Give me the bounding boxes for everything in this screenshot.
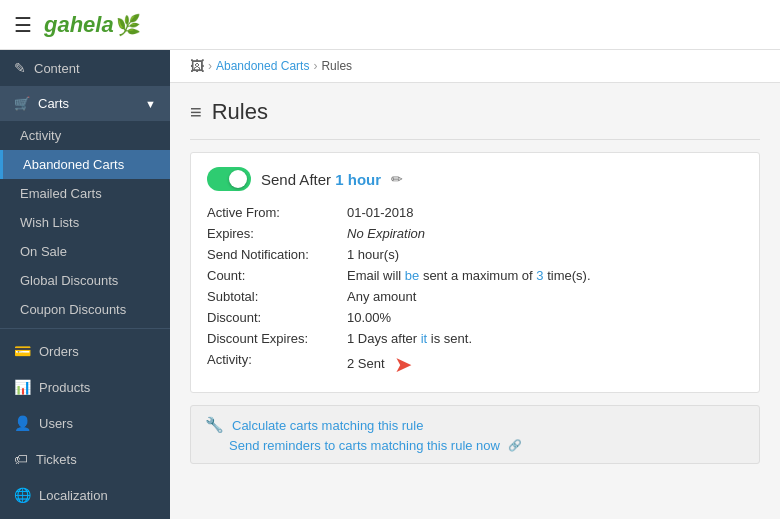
rule-details: Active From: 01-01-2018 Expires: No Expi… <box>207 205 743 378</box>
orders-label: Orders <box>39 344 79 359</box>
breadcrumb-sep1: › <box>208 59 212 73</box>
field-label-6: Discount Expires: <box>207 331 347 346</box>
field-value-1: No Expiration <box>347 226 743 241</box>
field-label-7: Activity: <box>207 352 347 378</box>
logo: gahela 🌿 <box>44 12 141 38</box>
localization-label: Localization <box>39 488 108 503</box>
breadcrumb-home-icon: 🖼 <box>190 58 204 74</box>
field-label-4: Subtotal: <box>207 289 347 304</box>
page-body: ≡ Rules Send After 1 hour ✏ <box>170 83 780 480</box>
field-label-0: Active From: <box>207 205 347 220</box>
breadcrumb: 🖼 › Abandoned Carts › Rules <box>170 50 780 83</box>
orders-icon: 💳 <box>14 343 31 359</box>
sidebar-divider <box>0 328 170 329</box>
sidebar-item-carts[interactable]: 🛒 Carts ▼ <box>0 86 170 121</box>
sidebar-item-products[interactable]: 📊 Products <box>0 369 170 405</box>
page-title-row: ≡ Rules <box>190 99 760 125</box>
send-reminders-action[interactable]: Send reminders to carts matching this ru… <box>205 438 745 453</box>
field-value-3: Email will be sent a maximum of 3 time(s… <box>347 268 743 283</box>
field-label-3: Count: <box>207 268 347 283</box>
logo-text: gahela <box>44 12 114 38</box>
red-arrow-icon: ➤ <box>394 352 412 378</box>
sidebar-item-localization[interactable]: 🌐 Localization <box>0 477 170 513</box>
calculate-carts-action[interactable]: 🔧 Calculate carts matching this rule <box>205 416 745 434</box>
field-value-2: 1 hour(s) <box>347 247 743 262</box>
field-value-4: Any amount <box>347 289 743 304</box>
chevron-down-icon: ▼ <box>145 98 156 110</box>
users-icon: 👤 <box>14 415 31 431</box>
toggle-track <box>207 167 251 191</box>
rule-actions: 🔧 Calculate carts matching this rule Sen… <box>190 405 760 464</box>
sidebar-item-on-sale[interactable]: On Sale <box>0 237 170 266</box>
edit-rule-icon[interactable]: ✏ <box>391 171 403 187</box>
main-layout: ✎ Content 🛒 Carts ▼ Activity Abandoned C… <box>0 50 780 519</box>
breadcrumb-link-abandoned-carts[interactable]: Abandoned Carts <box>216 59 309 73</box>
users-label: Users <box>39 416 73 431</box>
rule-header: Send After 1 hour ✏ <box>207 167 743 191</box>
title-divider <box>190 139 760 140</box>
rule-toggle[interactable] <box>207 167 251 191</box>
sidebar-item-content-label: Content <box>34 61 80 76</box>
sidebar: ✎ Content 🛒 Carts ▼ Activity Abandoned C… <box>0 50 170 519</box>
field-value-0: 01-01-2018 <box>347 205 743 220</box>
field-value-5: 10.00% <box>347 310 743 325</box>
hamburger-menu[interactable]: ☰ <box>14 13 32 37</box>
calculate-carts-label: Calculate carts matching this rule <box>232 418 423 433</box>
toggle-thumb <box>229 170 247 188</box>
cart-icon: 🛒 <box>14 96 30 111</box>
sidebar-item-content[interactable]: ✎ Content <box>0 50 170 86</box>
top-header: ☰ gahela 🌿 <box>0 0 780 50</box>
breadcrumb-sep2: › <box>313 59 317 73</box>
logo-leaf-icon: 🌿 <box>116 13 141 37</box>
sidebar-item-activity[interactable]: Activity <box>0 121 170 150</box>
field-label-2: Send Notification: <box>207 247 347 262</box>
tickets-label: Tickets <box>36 452 77 467</box>
sidebar-item-orders[interactable]: 💳 Orders <box>0 333 170 369</box>
send-after-value: 1 hour <box>335 171 381 188</box>
page-title: Rules <box>212 99 268 125</box>
localization-icon: 🌐 <box>14 487 31 503</box>
main-content: 🖼 › Abandoned Carts › Rules ≡ Rules <box>170 50 780 519</box>
content-icon: ✎ <box>14 60 26 76</box>
rule-card: Send After 1 hour ✏ Active From: 01-01-2… <box>190 152 760 393</box>
rules-icon: ≡ <box>190 101 202 124</box>
products-label: Products <box>39 380 90 395</box>
field-value-7: 2 Sent ➤ <box>347 352 743 378</box>
sidebar-item-wish-lists[interactable]: Wish Lists <box>0 208 170 237</box>
carts-label: Carts <box>38 96 69 111</box>
sidebar-item-abandoned-carts[interactable]: Abandoned Carts <box>0 150 170 179</box>
sidebar-item-users[interactable]: 👤 Users <box>0 405 170 441</box>
tickets-icon: 🏷 <box>14 451 28 467</box>
send-reminders-label: Send reminders to carts matching this ru… <box>229 438 500 453</box>
field-value-6: 1 Days after it is sent. <box>347 331 743 346</box>
field-label-5: Discount: <box>207 310 347 325</box>
sidebar-item-coupon-discounts[interactable]: Coupon Discounts <box>0 295 170 324</box>
breadcrumb-current: Rules <box>321 59 352 73</box>
sidebar-item-emailed-carts[interactable]: Emailed Carts <box>0 179 170 208</box>
wrench-icon: 🔧 <box>205 416 224 434</box>
sidebar-item-tickets[interactable]: 🏷 Tickets <box>0 441 170 477</box>
external-link-icon: 🔗 <box>508 439 522 452</box>
sidebar-item-global-discounts[interactable]: Global Discounts <box>0 266 170 295</box>
send-after-label: Send After 1 hour <box>261 171 381 188</box>
field-label-1: Expires: <box>207 226 347 241</box>
products-icon: 📊 <box>14 379 31 395</box>
